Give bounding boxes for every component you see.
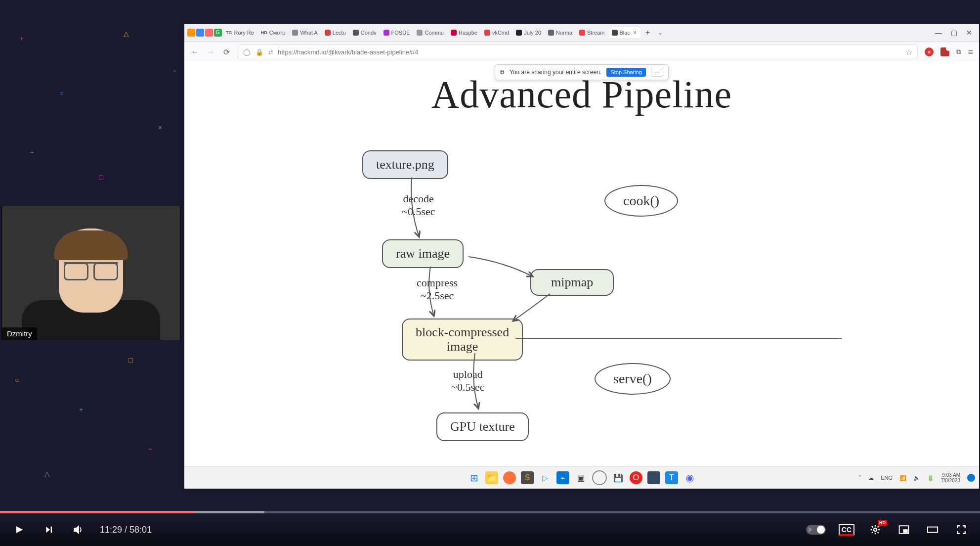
browser-tab[interactable]: Commu [414, 28, 447, 38]
windows-taskbar: ⊞ 📁 S ▷ ⌁ ▣ 💾 O T ◉ ˄ ☁ ENG 📶 🔈 🔋 [184, 466, 979, 489]
app-icon [196, 29, 204, 37]
browser-tab[interactable]: vkCmd [481, 28, 512, 38]
reload-icon[interactable]: ⟳ [222, 47, 231, 57]
captions-button[interactable]: CC [839, 524, 854, 536]
miniplayer-button[interactable] [896, 522, 912, 538]
maximize-window-icon[interactable]: ▢ [951, 29, 957, 37]
permissions-icon[interactable]: ⇄ [268, 49, 273, 55]
lock-icon[interactable]: 🔒 [256, 48, 263, 56]
hd-badge: HD [878, 520, 887, 526]
diagram-node-bc: block-compressedimage [402, 318, 523, 361]
url-text: https://hackmd.io/@kvark/blade-asset-pip… [278, 48, 900, 56]
diagram-node-gpu: GPU texture [436, 412, 529, 441]
presenter-webcam: Dzmitry [1, 206, 180, 340]
video-controls: 11:29 / 58:01 CC HD [0, 513, 980, 546]
minimize-window-icon[interactable]: — [935, 29, 942, 37]
forward-icon[interactable]: → [206, 47, 215, 56]
vscode-icon[interactable]: ⌁ [556, 471, 569, 484]
firefox-taskbar-icon[interactable] [503, 471, 516, 484]
sublime-icon[interactable]: S [521, 471, 534, 484]
new-tab-button[interactable]: + [641, 26, 654, 39]
diagram-node-raw: raw image [382, 239, 464, 268]
svg-rect-3 [928, 527, 937, 533]
play-icon[interactable]: ▷ [539, 471, 552, 484]
play-button[interactable] [11, 522, 27, 538]
close-window-icon[interactable]: ✕ [966, 29, 972, 37]
pipeline-diagram: texture.png raw image mipmap block-compr… [347, 145, 842, 472]
browser-tab[interactable]: HDСмотр [258, 28, 289, 38]
app-icon [205, 29, 213, 37]
explorer-icon[interactable]: 📁 [485, 471, 498, 484]
arrow-icon [511, 294, 560, 328]
blocker-icon[interactable]: ✕ [925, 47, 934, 56]
chrome-icon[interactable] [592, 470, 607, 485]
browser-tab[interactable]: Condv [350, 28, 380, 38]
back-icon[interactable]: ← [190, 47, 199, 56]
menu-icon[interactable]: ≡ [968, 47, 973, 57]
bookmark-star-icon[interactable]: ☆ [905, 47, 912, 57]
fullscreen-button[interactable] [953, 522, 969, 538]
diagram-node-cook: cook() [604, 185, 678, 217]
close-tab-icon[interactable]: × [632, 29, 638, 36]
app-icon: G [214, 29, 222, 37]
share-text: You are sharing your entire screen. [510, 69, 601, 76]
arrow-icon [469, 257, 538, 286]
browser-toolbar: ← → ⟳ ◯ 🔒 ⇄ https://hackmd.io/@kvark/bla… [184, 42, 979, 62]
diagram-node-texture: texture.png [362, 150, 448, 179]
shield-icon[interactable]: ◯ [243, 48, 251, 56]
diagram-separator [515, 338, 842, 339]
browser-tab[interactable]: Lectu [322, 28, 349, 38]
tray-chevron-icon[interactable]: ˄ [858, 475, 861, 481]
svg-rect-2 [903, 529, 907, 533]
presentation-slide: Advanced Pipeline texture.png raw image … [184, 61, 979, 489]
discord-icon[interactable]: ◉ [683, 471, 696, 484]
shared-screen: G TGRory Re HDСмотр What A Lectu Condv F… [184, 24, 979, 489]
presenter-name: Dzmitry [2, 327, 37, 340]
tray-wifi-icon[interactable]: 📶 [899, 475, 906, 481]
save-icon[interactable]: 💾 [612, 471, 625, 484]
arrow-icon [471, 353, 491, 412]
app-icon[interactable] [647, 471, 660, 484]
diagram-node-mipmap: mipmap [530, 269, 614, 296]
browser-tab-strip: G TGRory Re HDСмотр What A Lectu Condv F… [184, 24, 979, 42]
tray-cloud-icon[interactable]: ☁ [868, 475, 874, 481]
tray-volume-icon[interactable]: 🔈 [913, 475, 920, 481]
browser-tab[interactable]: Stream [576, 28, 607, 38]
arrow-icon [407, 178, 426, 242]
ublock-icon[interactable] [940, 47, 949, 56]
screen-share-banner: ⧉ You are sharing your entire screen. St… [495, 64, 669, 80]
share-screen-icon: ⧉ [500, 69, 505, 76]
stop-sharing-button[interactable]: Stop Sharing [606, 68, 646, 77]
tray-notification-icon[interactable] [967, 474, 975, 482]
video-time: 11:29 / 58:01 [100, 525, 152, 535]
terminal-icon[interactable]: ▣ [574, 471, 587, 484]
browser-tab-active[interactable]: Blac× [609, 27, 640, 38]
browser-tab[interactable]: TGRory Re [223, 28, 257, 38]
tray-clock[interactable]: 9:03 AM 7/8/2023 [941, 472, 960, 483]
autoplay-toggle[interactable] [806, 525, 826, 535]
opera-icon[interactable]: O [630, 471, 642, 484]
minimize-share-button[interactable]: — [651, 68, 663, 77]
browser-tab[interactable]: FOSDE [381, 28, 413, 38]
tray-battery-icon[interactable]: 🔋 [927, 475, 934, 481]
next-button[interactable] [41, 522, 56, 538]
start-icon[interactable]: ⊞ [468, 471, 480, 484]
extensions-icon[interactable]: ⧉ [956, 48, 961, 56]
url-field[interactable]: ◯ 🔒 ⇄ https://hackmd.io/@kvark/blade-ass… [238, 45, 918, 59]
arrow-icon [426, 267, 446, 321]
svg-point-0 [874, 528, 877, 531]
volume-button[interactable] [70, 522, 86, 538]
browser-tab[interactable]: July 20 [513, 28, 544, 38]
firefox-icon [187, 29, 195, 37]
browser-tab[interactable]: What A [289, 28, 320, 38]
settings-button[interactable]: HD [867, 522, 883, 538]
browser-tab[interactable]: Raspbe [448, 28, 480, 38]
diagram-node-serve: serve() [595, 363, 671, 395]
theater-button[interactable] [925, 522, 940, 538]
tab-overflow-icon[interactable]: ⌄ [655, 27, 666, 38]
app-icon[interactable]: T [665, 471, 678, 484]
browser-tab[interactable]: Norma [545, 28, 575, 38]
tray-lang[interactable]: ENG [881, 475, 893, 481]
